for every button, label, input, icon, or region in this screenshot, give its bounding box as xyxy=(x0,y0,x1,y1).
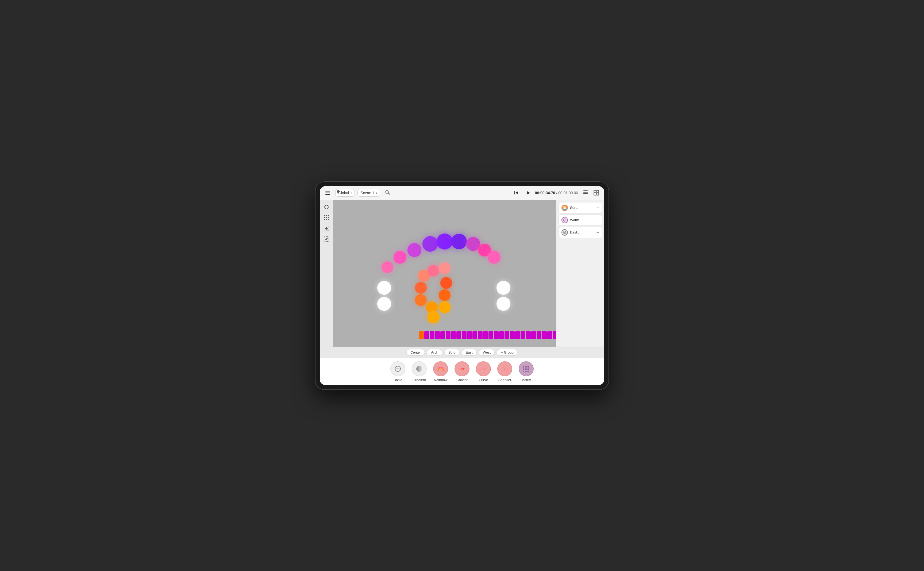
wrench-button[interactable] xyxy=(383,188,393,198)
led-cell xyxy=(462,331,467,339)
effect-gradient[interactable]: Gradient xyxy=(412,361,427,382)
curve-icon xyxy=(476,361,491,376)
add-selection-icon[interactable] xyxy=(322,224,331,233)
fixture-dot-d6[interactable] xyxy=(451,234,467,249)
tab-strip[interactable]: Strip xyxy=(444,349,460,356)
effect-matrix[interactable]: Matrix xyxy=(519,361,534,382)
scene-item-sun[interactable]: 🌅 Sun.. ··· xyxy=(559,202,602,213)
effect-sparkler[interactable]: Sparkler xyxy=(497,361,512,382)
scene-name-warm: Warm xyxy=(570,218,593,222)
scene-item-warm[interactable]: Warm ··· xyxy=(559,215,602,226)
led-cell xyxy=(430,331,434,339)
led-strip[interactable] xyxy=(418,330,556,340)
global-dropdown[interactable]: Global ▾ xyxy=(335,189,355,197)
effect-chaser[interactable]: Chaser xyxy=(454,361,470,382)
svg-point-34 xyxy=(504,368,505,370)
edit-icon[interactable] xyxy=(322,234,331,244)
fixture-dot-c3[interactable] xyxy=(439,262,451,274)
fixture-dot-e2[interactable] xyxy=(496,297,510,311)
svg-marker-33 xyxy=(464,368,465,370)
led-cell xyxy=(456,331,461,339)
play-button[interactable] xyxy=(523,188,533,198)
scene-dropdown[interactable]: Scene 1 ▾ xyxy=(357,189,380,197)
fixture-dot-c2[interactable] xyxy=(428,265,439,276)
fixture-dot-c7[interactable] xyxy=(439,289,451,301)
led-cell xyxy=(521,331,525,339)
grid-dots-icon[interactable] xyxy=(322,213,331,222)
scene-chevron: ▾ xyxy=(376,191,377,194)
scene-more-warm[interactable]: ··· xyxy=(596,218,599,222)
time-display: 00:00:34.70 / 00:01:00.00 xyxy=(535,191,578,195)
tab-east[interactable]: East xyxy=(462,349,477,356)
matrix-icon xyxy=(519,361,534,376)
svg-rect-11 xyxy=(326,215,327,216)
rotate-icon[interactable] xyxy=(322,202,331,212)
svg-rect-43 xyxy=(523,366,524,367)
global-dot xyxy=(337,190,340,193)
fixture-dot-d1[interactable] xyxy=(382,261,393,273)
svg-rect-10 xyxy=(324,215,325,216)
svg-marker-2 xyxy=(527,191,530,195)
fixture-dot-d9[interactable] xyxy=(488,251,500,264)
svg-rect-45 xyxy=(527,366,528,367)
svg-rect-18 xyxy=(328,219,329,220)
led-cell xyxy=(542,331,547,339)
svg-line-41 xyxy=(506,367,507,368)
time-separator: / xyxy=(556,191,558,195)
tab-center[interactable]: Center xyxy=(407,349,425,356)
fixture-tabs: Center Arch Strip East West +Group xyxy=(320,347,604,358)
canvas-area[interactable] xyxy=(333,200,556,347)
led-cell xyxy=(537,331,541,339)
fixture-dot-c10[interactable] xyxy=(427,311,439,323)
scene-icon-sun: 🌅 xyxy=(562,205,568,211)
fixture-dot-d2[interactable] xyxy=(394,251,407,264)
svg-rect-56 xyxy=(525,371,526,372)
svg-rect-53 xyxy=(527,369,528,370)
fixture-dot-c9[interactable] xyxy=(439,301,451,313)
fixture-dot-d3[interactable] xyxy=(408,243,421,257)
led-cell xyxy=(440,331,445,339)
svg-rect-17 xyxy=(326,219,327,220)
basic-label: Basic xyxy=(394,378,402,382)
time-current: 00:00:34.70 xyxy=(535,191,555,195)
fixture-dot-c5[interactable] xyxy=(440,277,452,289)
effect-curve[interactable]: Curve xyxy=(476,361,491,382)
left-sidebar xyxy=(320,200,333,347)
svg-rect-5 xyxy=(584,190,588,191)
scene-more-sun[interactable]: ··· xyxy=(596,205,599,210)
effect-rainbow[interactable]: Rainbow xyxy=(433,361,448,382)
svg-rect-13 xyxy=(324,217,325,218)
led-cell xyxy=(478,331,483,339)
svg-rect-44 xyxy=(525,366,526,367)
tab-west[interactable]: West xyxy=(479,349,494,356)
led-cell xyxy=(531,331,536,339)
fixture-dot-d4[interactable] xyxy=(422,236,438,252)
scene-more-dayt[interactable]: ··· xyxy=(596,230,599,235)
fixture-dot-w1[interactable] xyxy=(377,281,391,295)
fixture-dot-c6[interactable] xyxy=(415,294,427,306)
effect-basic[interactable]: Basic xyxy=(390,361,405,382)
grid-view-button[interactable] xyxy=(591,188,601,198)
led-cell xyxy=(505,331,509,339)
chaser-icon xyxy=(454,361,470,376)
scene-item-dayt[interactable]: Dayt.. ··· xyxy=(559,227,602,238)
svg-rect-14 xyxy=(326,217,327,218)
svg-rect-48 xyxy=(525,367,526,369)
tab-add-group[interactable]: +Group xyxy=(497,349,517,356)
skip-back-button[interactable] xyxy=(511,188,521,198)
fixture-dot-c4[interactable] xyxy=(415,282,427,294)
svg-rect-3 xyxy=(584,192,588,193)
fixture-dot-w2[interactable] xyxy=(377,297,391,311)
fixture-dot-e1[interactable] xyxy=(496,281,510,295)
led-cell xyxy=(547,331,552,339)
layers-button[interactable] xyxy=(581,188,590,198)
fixture-dot-d5[interactable] xyxy=(437,233,453,250)
led-cell xyxy=(553,331,556,339)
menu-button[interactable] xyxy=(323,188,333,198)
scene-icon-warm xyxy=(562,217,568,223)
tab-arch[interactable]: Arch xyxy=(427,349,442,356)
led-cell xyxy=(499,331,504,339)
svg-rect-46 xyxy=(528,366,529,367)
scene-label: Scene 1 xyxy=(360,191,374,195)
scene-icon-dayt xyxy=(562,229,568,236)
